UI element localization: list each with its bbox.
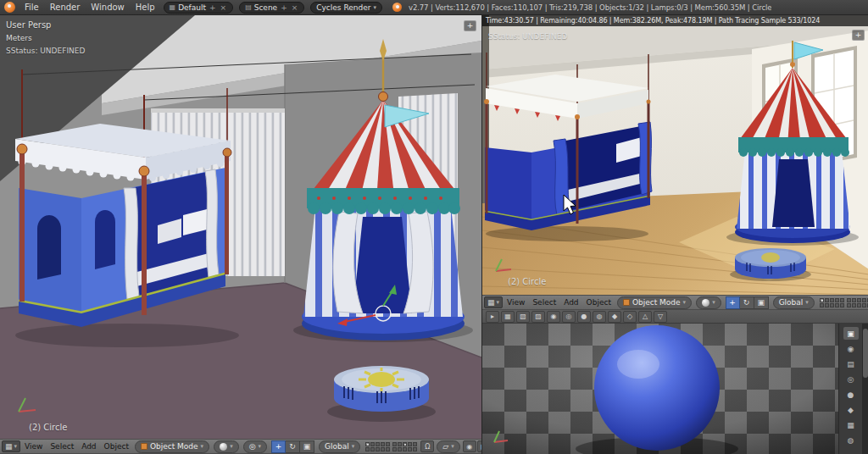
layer-cell[interactable] xyxy=(857,303,861,307)
tab-modifiers[interactable]: ▦ xyxy=(843,418,859,431)
manipulator-translate-button[interactable]: + xyxy=(271,440,286,453)
layer-cell[interactable] xyxy=(392,442,397,446)
toolbar-icon-7[interactable]: ● xyxy=(577,311,591,323)
menu-add[interactable]: Add xyxy=(78,442,99,451)
toolbar-icon-4[interactable]: ▨ xyxy=(531,311,545,323)
layer-cell[interactable] xyxy=(852,303,856,307)
opengl-render-button[interactable]: ◉ xyxy=(463,440,476,452)
close-scene-icon[interactable]: × xyxy=(291,3,299,12)
layer-cell[interactable] xyxy=(825,298,829,302)
menu-window[interactable]: Window xyxy=(86,1,129,14)
layers-widget[interactable] xyxy=(820,298,868,307)
add-layout-icon[interactable]: + xyxy=(209,3,217,12)
menu-view[interactable]: View xyxy=(504,298,528,307)
add-scene-icon[interactable]: + xyxy=(280,3,288,12)
scrollbar[interactable] xyxy=(862,324,868,454)
layer-cell[interactable] xyxy=(365,442,370,446)
layer-cell[interactable] xyxy=(370,442,375,446)
menu-help[interactable]: Help xyxy=(131,1,160,14)
mode-dropdown[interactable]: Object Mode ▾ xyxy=(617,296,692,309)
layer-cell[interactable] xyxy=(398,442,402,446)
manipulator-scale-button[interactable]: ▣ xyxy=(754,296,769,309)
rendered-pouf[interactable] xyxy=(730,248,811,281)
layer-cell[interactable] xyxy=(840,303,844,307)
material-preview[interactable]: ▣ ◉ ▤ ◎ ● ◆ ▦ ◍ xyxy=(482,324,868,454)
tab-material[interactable]: ◆ xyxy=(843,403,859,416)
layer-cell[interactable] xyxy=(830,298,834,302)
toolbar-icon-5[interactable]: ◉ xyxy=(547,311,560,323)
menu-file[interactable]: File xyxy=(19,1,44,14)
tab-texture[interactable]: ◍ xyxy=(843,434,859,446)
layer-cell[interactable] xyxy=(403,447,407,451)
render-engine-dropdown[interactable]: Cycles Render ▾ xyxy=(310,2,382,14)
toolbar-icon-10[interactable]: ◇ xyxy=(623,311,637,323)
manipulator-rotate-button[interactable]: ↻ xyxy=(740,296,754,309)
layer-cell[interactable] xyxy=(413,442,417,446)
tab-object[interactable]: ● xyxy=(843,388,859,401)
scrollbar-thumb[interactable] xyxy=(863,329,868,378)
layer-cell[interactable] xyxy=(847,298,851,302)
layer-cell[interactable] xyxy=(825,303,829,307)
shading-dropdown[interactable]: ▾ xyxy=(696,296,721,309)
menu-object[interactable]: Object xyxy=(101,442,132,451)
layers-widget[interactable] xyxy=(365,442,417,451)
manipulator-scale-button[interactable]: ▣ xyxy=(300,440,314,453)
toolbar-icon-9[interactable]: ◆ xyxy=(608,311,621,323)
menu-object[interactable]: Object xyxy=(583,298,615,307)
layer-cell[interactable] xyxy=(820,298,824,302)
layer-cell[interactable] xyxy=(857,298,861,302)
layer-cell[interactable] xyxy=(847,303,851,307)
layer-cell[interactable] xyxy=(830,303,834,307)
menu-add[interactable]: Add xyxy=(560,298,581,307)
layer-cell[interactable] xyxy=(398,447,402,451)
toolbar-icon-12[interactable]: ▽ xyxy=(654,311,667,323)
layer-cell[interactable] xyxy=(403,442,407,446)
toolshelf-expand-button[interactable]: + xyxy=(464,20,476,31)
layer-cell[interactable] xyxy=(862,303,866,307)
snap-magnet-button[interactable]: Ω xyxy=(420,440,434,452)
toolshelf-expand-button[interactable]: + xyxy=(852,30,865,41)
toolbar-icon-1[interactable]: ▸ xyxy=(486,311,499,323)
menu-render[interactable]: Render xyxy=(45,1,86,14)
manipulator-rotate-button[interactable]: ↻ xyxy=(286,440,300,453)
layer-cell[interactable] xyxy=(862,298,866,302)
layer-cell[interactable] xyxy=(365,447,370,451)
layer-cell[interactable] xyxy=(370,447,375,451)
shading-dropdown[interactable]: ▾ xyxy=(214,440,239,453)
sun-pouf[interactable] xyxy=(327,366,436,422)
snap-element-dropdown[interactable]: ▱ ▾ xyxy=(437,440,459,453)
manipulator-translate-button[interactable]: + xyxy=(726,296,740,309)
layer-cell[interactable] xyxy=(835,303,839,307)
menu-select[interactable]: Select xyxy=(47,442,77,451)
menu-select[interactable]: Select xyxy=(529,298,559,307)
toolbar-icon-11[interactable]: △ xyxy=(638,311,652,323)
editor-type-button[interactable]: ▦ ▾ xyxy=(484,296,503,308)
layer-cell[interactable] xyxy=(376,447,380,451)
toolbar-icon-8[interactable]: ◍ xyxy=(593,311,606,323)
screen-layout-dropdown[interactable]: ▦ Default + × xyxy=(164,2,234,14)
tab-world[interactable]: ◎ xyxy=(843,373,859,385)
mode-dropdown[interactable]: Object Mode ▾ xyxy=(135,440,209,453)
layer-cell[interactable] xyxy=(408,442,412,446)
layer-cell[interactable] xyxy=(840,298,844,302)
orientation-dropdown[interactable]: Global ▾ xyxy=(773,296,815,309)
editor-type-button[interactable]: ▦ ▾ xyxy=(2,440,20,452)
tab-render-layers[interactable]: ◉ xyxy=(843,342,859,355)
tab-render[interactable]: ▣ xyxy=(843,327,859,340)
layer-cell[interactable] xyxy=(413,447,417,451)
layer-cell[interactable] xyxy=(386,442,390,446)
toolbar-icon-3[interactable]: ▧ xyxy=(516,311,530,323)
layer-cell[interactable] xyxy=(835,298,839,302)
tab-scene[interactable]: ▤ xyxy=(843,357,859,370)
blender-logo-icon[interactable] xyxy=(4,2,15,13)
layer-cell[interactable] xyxy=(386,447,390,451)
viewport-rendered[interactable]: Time:43:30.57 | Remaining:40:04.86 | Mem… xyxy=(482,15,868,295)
scene-dropdown[interactable]: ▤ Scene + × xyxy=(239,2,304,14)
orientation-dropdown[interactable]: Global ▾ xyxy=(319,440,360,453)
layer-cell[interactable] xyxy=(408,447,412,451)
layer-cell[interactable] xyxy=(376,442,380,446)
toolbar-icon-2[interactable]: ▦ xyxy=(501,311,515,323)
viewport-3d[interactable]: User Persp Meters SStatus: UNDEFINED (2)… xyxy=(0,15,481,454)
layer-cell[interactable] xyxy=(852,298,856,302)
close-layout-icon[interactable]: × xyxy=(220,3,228,12)
